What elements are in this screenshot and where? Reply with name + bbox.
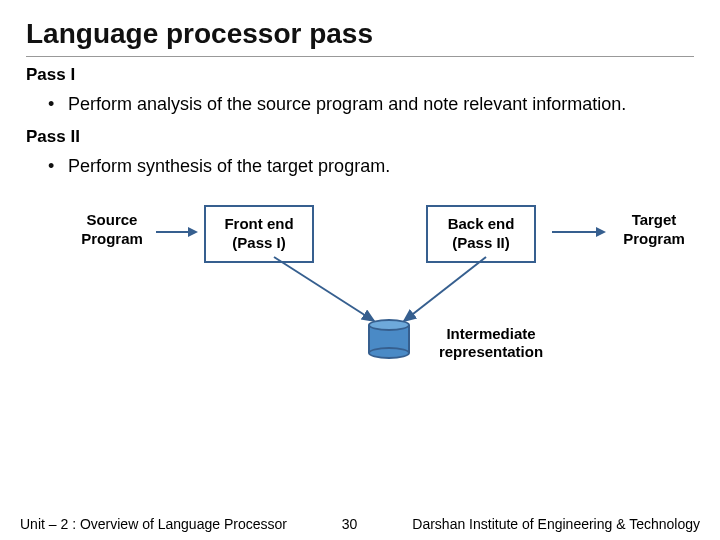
slide-title: Language processor pass bbox=[26, 18, 694, 50]
pass1-list: Perform analysis of the source program a… bbox=[26, 91, 694, 117]
footer-left: Unit – 2 : Overview of Language Processo… bbox=[20, 516, 287, 532]
diagonal-arrows bbox=[26, 191, 706, 391]
pass2-heading: Pass II bbox=[26, 127, 694, 147]
diagram: Source Program Front end (Pass I) Back e… bbox=[26, 191, 694, 391]
pass2-bullet: Perform synthesis of the target program. bbox=[68, 153, 694, 179]
footer-page-number: 30 bbox=[342, 516, 358, 532]
pass2-list: Perform synthesis of the target program. bbox=[26, 153, 694, 179]
pass1-heading: Pass I bbox=[26, 65, 694, 85]
pass1-bullet: Perform analysis of the source program a… bbox=[68, 91, 694, 117]
svg-line-1 bbox=[404, 257, 486, 321]
ir-l2: representation bbox=[426, 343, 556, 361]
slide: Language processor pass Pass I Perform a… bbox=[0, 0, 720, 540]
title-underline bbox=[26, 56, 694, 57]
ir-l1: Intermediate bbox=[426, 325, 556, 343]
cylinder-icon bbox=[368, 319, 410, 359]
intermediate-representation-label: Intermediate representation bbox=[426, 325, 556, 361]
footer: Unit – 2 : Overview of Language Processo… bbox=[0, 516, 720, 532]
svg-line-0 bbox=[274, 257, 374, 321]
footer-right: Darshan Institute of Engineering & Techn… bbox=[412, 516, 700, 532]
